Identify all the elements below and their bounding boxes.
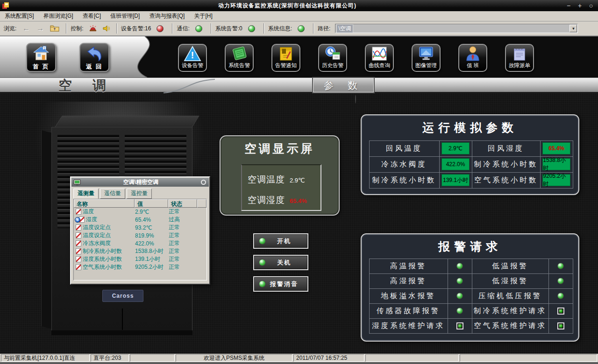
power-on-label: 开机 [266, 237, 302, 245]
tab-telesignal[interactable]: 遥信量 [100, 189, 125, 199]
maximize-button[interactable]: + [577, 0, 583, 11]
device-alarm-icon: ! [184, 45, 201, 62]
duty-person-icon [464, 45, 482, 62]
ac-detail-window[interactable]: 空调\精密空调 遥测量 遥信量 遥控量 名称 值 状态 温度 2.9℃ 正常 [70, 176, 210, 285]
history-alarm-button[interactable]: 历史告警 [318, 44, 347, 72]
tab-telecontrol[interactable]: 遥控量 [127, 189, 152, 199]
menu-about[interactable]: 关于[H] [189, 11, 217, 21]
popup-title-bar[interactable]: 空调\精密空调 [71, 178, 209, 187]
sim-value-cell: 9205.2小时 [540, 172, 573, 189]
menu-interface-browse[interactable]: 界面浏览[G] [39, 11, 78, 21]
table-row[interactable]: 湿度 65.4% 过高 [74, 216, 206, 224]
alarm-notify-icon [277, 45, 295, 62]
device-alarm-led [157, 25, 164, 32]
ac-display-panel: 空调显示屏 空调温度 2.9℃ 空调湿度 65.4% [220, 135, 340, 216]
sim-label: 回风温度 [369, 140, 440, 157]
curve-query-button[interactable]: 曲线查询 [365, 44, 394, 72]
param-led [355, 95, 356, 104]
return-icon [85, 45, 104, 63]
table-row[interactable]: 湿度系统小时数 139.1小时 正常 [74, 255, 206, 263]
sim-value-cell: 139.1小时 [439, 172, 472, 189]
point-icon [76, 256, 81, 262]
table-row[interactable]: 温度设定点 819.9% 正常 [74, 231, 206, 239]
row-value: 819.9% [135, 232, 169, 239]
col-value[interactable]: 值 [135, 199, 168, 208]
alarm-led-cell [548, 259, 573, 274]
menu-system-config[interactable]: 系统配置[S] [0, 11, 39, 21]
table-row[interactable]: 冷冻水阀度 422.0% 正常 [74, 239, 206, 247]
path-combobox[interactable]: \空调 ▼ [335, 24, 578, 33]
alarm-notify-button[interactable]: 告警通知 [271, 44, 300, 72]
maintenance-indicator [557, 308, 564, 315]
separator [211, 23, 212, 34]
alarm-led-cell [448, 273, 472, 289]
table-row[interactable]: 制冷系统小时数 1538.8小时 正常 [74, 247, 206, 255]
table-row[interactable]: 空气系统小时数 9205.2小时 正常 [74, 263, 206, 271]
row-name: 空气系统小时数 [83, 263, 135, 271]
col-name[interactable]: 名称 [74, 199, 135, 208]
menu-view[interactable]: 查看[C] [78, 11, 106, 21]
table-row[interactable]: 温度 2.9℃ 正常 [74, 208, 206, 216]
power-off-button[interactable]: 关机 [254, 256, 307, 269]
svg-text:1: 1 [43, 47, 45, 50]
fault-ticket-label: 故障派单 [509, 62, 530, 69]
separator [66, 23, 67, 34]
row-status: 过高 [169, 216, 198, 224]
duty-button[interactable]: 值 班 [458, 44, 487, 72]
monitor-icon [73, 179, 81, 186]
row-status: 正常 [169, 224, 198, 231]
history-alarm-label: 历史告警 [322, 62, 343, 69]
duty-label: 值 班 [467, 62, 479, 69]
menu-query-report[interactable]: 查询与报表[Q] [144, 11, 189, 21]
system-alarm-button[interactable]: 系统告警 [225, 44, 254, 72]
menu-duty-management[interactable]: 值班管理[D] [106, 11, 144, 21]
device-alarm-button[interactable]: ! 设备告警 [178, 44, 207, 72]
temp-label: 空调温度 [248, 174, 285, 186]
sim-value: 9205.2小时 [542, 174, 570, 186]
param-button[interactable]: 参 数 [312, 77, 375, 93]
return-button[interactable]: 返 回 [79, 43, 109, 72]
siren-icon[interactable] [89, 24, 97, 33]
curve-query-label: 曲线查询 [369, 62, 390, 69]
power-off-label: 关机 [266, 259, 302, 267]
image-manage-icon [417, 45, 435, 62]
ac-door-line [122, 308, 123, 330]
point-icon [76, 224, 81, 231]
separator [172, 23, 173, 34]
close-button[interactable]: ○ [588, 0, 594, 11]
combo-dropdown-icon[interactable]: ▼ [570, 25, 577, 32]
status-connection: 与前置采集机[127.0.0.1]直连 [1, 354, 90, 362]
row-status: 正常 [169, 263, 198, 271]
speaker-icon[interactable] [102, 24, 110, 33]
row-name: 制冷系统小时数 [83, 247, 135, 255]
alarm-mute-button[interactable]: 报警消音 [254, 277, 307, 291]
tab-telemetry[interactable]: 遥测量 [73, 189, 99, 199]
status-empty [130, 354, 175, 362]
svg-text:!: ! [191, 49, 194, 60]
sim-value: 422.0% [441, 158, 469, 170]
power-on-button[interactable]: 开机 [254, 234, 307, 248]
folder-up-icon[interactable] [50, 25, 59, 32]
fault-ticket-button[interactable]: 故障派单 [505, 44, 534, 72]
row-status: 正常 [169, 208, 198, 216]
table-row[interactable]: 温度设定点 93.2℃ 正常 [74, 224, 206, 231]
image-manage-button[interactable]: 图像管理 [412, 44, 441, 72]
alarm-led [456, 263, 463, 269]
minimize-button[interactable]: − [565, 0, 572, 11]
popup-close-icon[interactable] [201, 180, 206, 185]
col-extra [197, 199, 206, 208]
sim-label: 制冷系统小时数 [472, 156, 541, 173]
sim-value-cell: 2.9℃ [439, 140, 472, 157]
back-arrow-icon[interactable]: ← [22, 24, 30, 33]
alarm-mute-label: 报警消音 [266, 280, 302, 288]
forward-arrow-icon[interactable]: → [36, 24, 44, 33]
home-button[interactable]: 1 首 页 [26, 43, 56, 72]
row-status: 正常 [169, 231, 198, 239]
alarm-led-cell [448, 259, 472, 274]
alarm-panel-title: 报警请求 [362, 239, 578, 254]
history-alarm-icon [324, 45, 342, 62]
page-title-band: 空 调 [0, 77, 598, 93]
system-info-label: 系统信息: [268, 25, 292, 33]
col-status[interactable]: 状态 [168, 199, 197, 208]
menu-bar: 系统配置[S] 界面浏览[G] 查看[C] 值班管理[D] 查询与报表[Q] 关… [0, 11, 598, 21]
